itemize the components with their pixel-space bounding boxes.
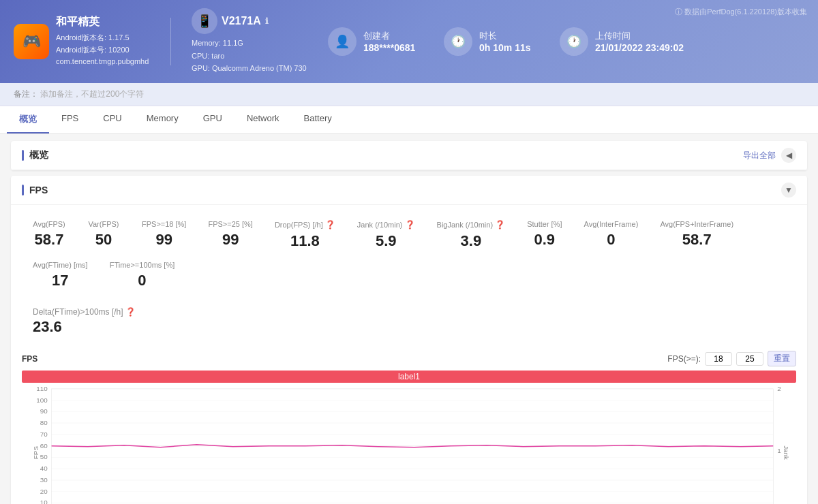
fps-stat-cell: Drop(FPS) [/h] ❓11.8 [264, 215, 346, 255]
fps-section-header: FPS ▼ [11, 176, 807, 205]
fps-stat-cell: Stutter [%]0.9 [516, 215, 573, 255]
fps-stat-value: 0 [584, 231, 639, 249]
svg-text:20: 20 [40, 488, 48, 495]
device-gpu: GPU: Qualcomm Adreno (TM) 730 [192, 62, 314, 75]
fps-stat-label: Jank (/10min) ❓ [357, 220, 415, 230]
svg-text:FPS: FPS [32, 446, 40, 460]
phone-icon: 📱 [192, 8, 217, 34]
svg-text:10: 10 [40, 499, 48, 504]
fps-stat-label: Avg(FTime) [ms] [33, 261, 88, 269]
tab-fps[interactable]: FPS [49, 106, 91, 133]
delta-help-icon[interactable]: ❓ [125, 307, 136, 317]
fps-actions: ▼ [781, 183, 796, 198]
overview-title: 概览 [22, 149, 48, 161]
upload-text: 上传时间 21/01/2022 23:49:02 [595, 30, 684, 53]
svg-text:2: 2 [777, 385, 781, 392]
fps-title-text: FPS [29, 185, 48, 195]
tab-battery[interactable]: Battery [292, 106, 344, 133]
tab-cpu[interactable]: CPU [91, 106, 134, 133]
fps-section: FPS ▼ Avg(FPS)58.7Var(FPS)50FPS>=18 [%]9… [11, 176, 807, 504]
fps-stat-value: 0.9 [527, 231, 562, 249]
fps-stat-value: 17 [33, 272, 88, 289]
notes-prefix: 备注： [14, 89, 38, 99]
divider [170, 18, 171, 65]
fps-stat-label: Stutter [%] [527, 220, 562, 228]
app-info: 🎮 和平精英 Android版本名: 1.17.5 Android版本号: 10… [14, 15, 150, 68]
fps-stat-cell: FTime>=100ms [%]0 [99, 255, 186, 295]
device-model: V2171A [222, 15, 261, 27]
fps-stat-label: FTime>=100ms [%] [110, 261, 175, 269]
fps-stat-value: 99 [208, 231, 252, 249]
upload-stat: 🕐 上传时间 21/01/2022 23:49:02 [560, 27, 684, 56]
fps-collapse-button[interactable]: ▼ [781, 183, 796, 198]
upload-icon: 🕐 [560, 27, 588, 56]
fps-legend-bar: label1 [22, 371, 796, 383]
help-icon[interactable]: ❓ [495, 220, 505, 230]
fps-stat-label: FPS>=25 [%] [208, 220, 252, 228]
upload-label: 上传时间 [595, 30, 684, 42]
fps-25-input[interactable] [736, 352, 763, 366]
fps-stat-cell: FPS>=25 [%]99 [197, 215, 263, 255]
notes-bar: 备注： 添加备注，不超过200个字符 [0, 83, 818, 106]
delta-label-text: Delta(FTime)>100ms [/h] [33, 307, 123, 317]
tab-memory[interactable]: Memory [134, 106, 191, 133]
android-name: Android版本名: 1.17.5 [56, 32, 149, 44]
fps-stat-label: BigJank (/10min) ❓ [437, 220, 506, 230]
clock-icon: 🕐 [444, 27, 472, 56]
help-icon[interactable]: ❓ [325, 220, 335, 230]
tab-gpu[interactable]: GPU [191, 106, 234, 133]
fps-stats-grid: Avg(FPS)58.7Var(FPS)50FPS>=18 [%]99FPS>=… [11, 205, 807, 304]
fps-stat-cell: BigJank (/10min) ❓3.9 [426, 215, 517, 255]
svg-text:1: 1 [777, 447, 781, 454]
notes-placeholder[interactable]: 添加备注，不超过200个字符 [40, 89, 144, 99]
delta-label: Delta(FTime)>100ms [/h] ❓ [33, 307, 785, 317]
tab-network[interactable]: Network [234, 106, 292, 133]
fps-threshold-controls: FPS(>=): 重置 [667, 351, 796, 366]
fps-stat-cell: Avg(InterFrame)0 [573, 215, 650, 255]
overview-actions: 导出全部 ◀ [743, 148, 796, 163]
export-button[interactable]: 导出全部 [743, 150, 776, 161]
info-icon: ℹ [265, 16, 269, 26]
delta-row: Delta(FTime)>100ms [/h] ❓ 23.6 [11, 304, 807, 344]
overview-section: 概览 导出全部 ◀ [11, 141, 807, 170]
fps-stat-value: 11.8 [275, 232, 335, 250]
fps-stat-value: 3.9 [437, 232, 506, 250]
fps-stat-label: Avg(InterFrame) [584, 220, 639, 228]
fps-stat-value: 0 [110, 272, 175, 289]
creator-label: 创建者 [363, 30, 415, 42]
fps-chart-container: FPS FPS(>=): 重置 label1 110 100 90 80 [11, 344, 807, 504]
fps-stat-cell: Jank (/10min) ❓5.9 [346, 215, 426, 255]
collapse-button[interactable]: ◀ [781, 148, 796, 163]
fps-stat-label: Avg(FPS+InterFrame) [660, 220, 733, 228]
svg-text:Jank: Jank [783, 445, 790, 460]
creator-icon: 👤 [328, 27, 357, 56]
fps-18-input[interactable] [705, 352, 732, 366]
package-name: com.tencent.tmgp.pubgmhd [56, 56, 149, 68]
fps-title: FPS [22, 185, 48, 195]
upload-value: 21/01/2022 23:49:02 [595, 42, 684, 53]
delta-value: 23.6 [33, 318, 785, 336]
fps-stat-label: FPS>=18 [%] [142, 220, 186, 228]
duration-stat: 🕐 时长 0h 10m 11s [444, 27, 546, 56]
creator-value: 188****0681 [363, 42, 415, 53]
app-icon: 🎮 [14, 24, 49, 59]
help-icon[interactable]: ❓ [405, 220, 415, 230]
creator-stat: 👤 创建者 188****0681 [328, 27, 430, 56]
android-version: Android版本号: 10200 [56, 44, 149, 57]
creator-text: 创建者 188****0681 [363, 30, 415, 53]
fps-stat-value: 58.7 [33, 231, 65, 249]
fps-stat-value: 58.7 [660, 231, 733, 249]
duration-label: 时长 [479, 30, 531, 42]
tab-overview[interactable]: 概览 [7, 106, 49, 133]
svg-text:80: 80 [40, 419, 48, 426]
svg-text:70: 70 [40, 430, 48, 438]
fps-chart-wrap: 110 100 90 80 70 60 50 40 30 20 10 0 2 1… [33, 385, 785, 504]
fps-stat-cell: Avg(FPS)58.7 [22, 215, 76, 255]
svg-text:60: 60 [40, 442, 48, 450]
fps-gte-label: FPS(>=): [667, 354, 701, 364]
reset-button[interactable]: 重置 [768, 351, 796, 366]
main-content: 概览 导出全部 ◀ FPS ▼ Avg(FPS)58.7Var(FPS)50FP… [0, 134, 818, 504]
overview-section-header: 概览 导出全部 ◀ [11, 141, 807, 170]
fps-stat-cell: Avg(FTime) [ms]17 [22, 255, 99, 295]
fps-title-accent [22, 185, 24, 195]
